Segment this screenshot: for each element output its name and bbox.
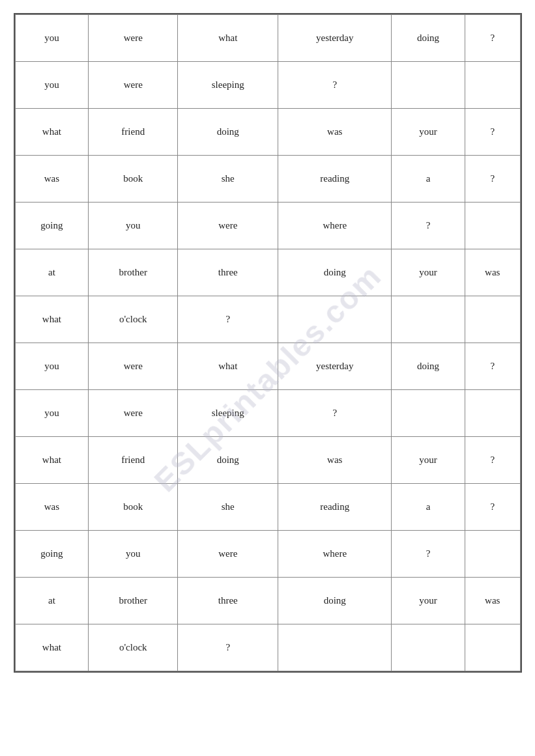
table-cell: what xyxy=(178,343,278,390)
table-cell: doing xyxy=(178,437,278,484)
table-cell: yesterday xyxy=(278,343,392,390)
table-cell: were xyxy=(178,203,278,249)
table-cell xyxy=(392,390,465,437)
table-cell: brother xyxy=(89,578,178,624)
table-cell: at xyxy=(15,578,89,624)
table-cell: doing xyxy=(178,109,278,156)
table-cell: sleeping xyxy=(178,62,278,109)
table-cell: were xyxy=(89,343,178,390)
table-cell xyxy=(278,296,392,343)
table-cell: going xyxy=(15,203,89,249)
table-cell: going xyxy=(15,531,89,578)
table-cell: reading xyxy=(278,156,392,203)
table-cell: doing xyxy=(392,343,465,390)
table-cell: was xyxy=(465,578,520,624)
table-cell: ? xyxy=(178,624,278,671)
table-cell: was xyxy=(278,109,392,156)
table-cell: three xyxy=(178,249,278,296)
table-cell: what xyxy=(15,624,89,671)
table-cell: she xyxy=(178,484,278,531)
table-cell: you xyxy=(15,343,89,390)
table-cell: book xyxy=(89,156,178,203)
table-cell: ? xyxy=(465,437,520,484)
table-cell: sleeping xyxy=(178,390,278,437)
table-cell xyxy=(465,531,520,578)
table-cell xyxy=(465,390,520,437)
table-cell xyxy=(278,624,392,671)
table-cell xyxy=(392,624,465,671)
table-cell: ? xyxy=(392,203,465,249)
table-cell: at xyxy=(15,249,89,296)
table-cell xyxy=(465,203,520,249)
table-cell: what xyxy=(15,109,89,156)
table-cell: ? xyxy=(392,531,465,578)
table-cell xyxy=(465,296,520,343)
table-cell: a xyxy=(392,156,465,203)
table-cell: ? xyxy=(465,109,520,156)
table-cell: ? xyxy=(465,343,520,390)
table-cell: what xyxy=(15,296,89,343)
table-cell xyxy=(465,624,520,671)
table-cell: your xyxy=(392,109,465,156)
table-cell: doing xyxy=(392,15,465,62)
table-cell: reading xyxy=(278,484,392,531)
table-cell: were xyxy=(89,15,178,62)
table-cell: you xyxy=(89,531,178,578)
table-cell: was xyxy=(278,437,392,484)
table-cell: where xyxy=(278,531,392,578)
table-cell: what xyxy=(178,15,278,62)
table-cell: she xyxy=(178,156,278,203)
table-cell: you xyxy=(15,390,89,437)
table-cell: what xyxy=(15,437,89,484)
table-cell xyxy=(392,296,465,343)
word-scramble-table: ESLprintables.com youwerewhatyesterdaydo… xyxy=(14,13,522,673)
table-cell: was xyxy=(15,156,89,203)
table-cell: was xyxy=(15,484,89,531)
table-cell: were xyxy=(89,390,178,437)
table-cell: you xyxy=(15,15,89,62)
table-cell: ? xyxy=(465,15,520,62)
table-cell: your xyxy=(392,249,465,296)
table-cell: three xyxy=(178,578,278,624)
table-cell xyxy=(465,62,520,109)
table-cell: your xyxy=(392,437,465,484)
table-cell: ? xyxy=(465,484,520,531)
table-cell: a xyxy=(392,484,465,531)
table-cell: friend xyxy=(89,437,178,484)
table-cell: ? xyxy=(278,390,392,437)
table-cell xyxy=(392,62,465,109)
table-cell: doing xyxy=(278,578,392,624)
table-cell: were xyxy=(89,62,178,109)
table-cell: friend xyxy=(89,109,178,156)
table-cell: was xyxy=(465,249,520,296)
table-cell: brother xyxy=(89,249,178,296)
table-cell: book xyxy=(89,484,178,531)
table-cell: yesterday xyxy=(278,15,392,62)
table-cell: your xyxy=(392,578,465,624)
table-cell: ? xyxy=(465,156,520,203)
table-cell: o'clock xyxy=(89,296,178,343)
table-cell: ? xyxy=(178,296,278,343)
table-cell: ? xyxy=(278,62,392,109)
table-cell: you xyxy=(15,62,89,109)
table-cell: you xyxy=(89,203,178,249)
table-cell: were xyxy=(178,531,278,578)
table-cell: o'clock xyxy=(89,624,178,671)
table-cell: where xyxy=(278,203,392,249)
table-cell: doing xyxy=(278,249,392,296)
